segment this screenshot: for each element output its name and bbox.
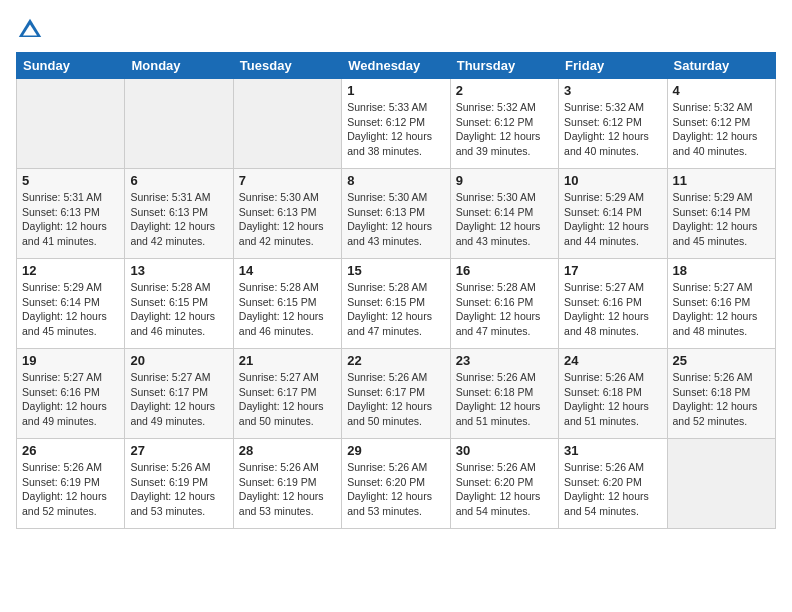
day-info: Sunrise: 5:32 AMSunset: 6:12 PMDaylight:… bbox=[673, 100, 770, 159]
header bbox=[16, 16, 776, 44]
table-cell: 20Sunrise: 5:27 AMSunset: 6:17 PMDayligh… bbox=[125, 349, 233, 439]
day-info: Sunrise: 5:27 AMSunset: 6:16 PMDaylight:… bbox=[564, 280, 661, 339]
table-cell: 1Sunrise: 5:33 AMSunset: 6:12 PMDaylight… bbox=[342, 79, 450, 169]
day-info: Sunrise: 5:28 AMSunset: 6:15 PMDaylight:… bbox=[347, 280, 444, 339]
day-number: 17 bbox=[564, 263, 661, 278]
table-cell: 26Sunrise: 5:26 AMSunset: 6:19 PMDayligh… bbox=[17, 439, 125, 529]
day-number: 16 bbox=[456, 263, 553, 278]
day-number: 8 bbox=[347, 173, 444, 188]
day-number: 19 bbox=[22, 353, 119, 368]
day-info: Sunrise: 5:26 AMSunset: 6:19 PMDaylight:… bbox=[239, 460, 336, 519]
logo bbox=[16, 16, 48, 44]
day-info: Sunrise: 5:26 AMSunset: 6:18 PMDaylight:… bbox=[564, 370, 661, 429]
calendar-table: SundayMondayTuesdayWednesdayThursdayFrid… bbox=[16, 52, 776, 529]
table-cell: 3Sunrise: 5:32 AMSunset: 6:12 PMDaylight… bbox=[559, 79, 667, 169]
day-number: 4 bbox=[673, 83, 770, 98]
table-cell: 28Sunrise: 5:26 AMSunset: 6:19 PMDayligh… bbox=[233, 439, 341, 529]
table-cell: 23Sunrise: 5:26 AMSunset: 6:18 PMDayligh… bbox=[450, 349, 558, 439]
table-cell: 12Sunrise: 5:29 AMSunset: 6:14 PMDayligh… bbox=[17, 259, 125, 349]
table-cell: 11Sunrise: 5:29 AMSunset: 6:14 PMDayligh… bbox=[667, 169, 775, 259]
day-number: 21 bbox=[239, 353, 336, 368]
day-number: 15 bbox=[347, 263, 444, 278]
week-row-4: 19Sunrise: 5:27 AMSunset: 6:16 PMDayligh… bbox=[17, 349, 776, 439]
day-info: Sunrise: 5:30 AMSunset: 6:13 PMDaylight:… bbox=[347, 190, 444, 249]
table-cell bbox=[667, 439, 775, 529]
table-cell: 2Sunrise: 5:32 AMSunset: 6:12 PMDaylight… bbox=[450, 79, 558, 169]
day-info: Sunrise: 5:26 AMSunset: 6:17 PMDaylight:… bbox=[347, 370, 444, 429]
day-number: 10 bbox=[564, 173, 661, 188]
day-number: 27 bbox=[130, 443, 227, 458]
day-number: 29 bbox=[347, 443, 444, 458]
table-cell: 7Sunrise: 5:30 AMSunset: 6:13 PMDaylight… bbox=[233, 169, 341, 259]
day-info: Sunrise: 5:26 AMSunset: 6:20 PMDaylight:… bbox=[347, 460, 444, 519]
calendar-body: 1Sunrise: 5:33 AMSunset: 6:12 PMDaylight… bbox=[17, 79, 776, 529]
weekday-saturday: Saturday bbox=[667, 53, 775, 79]
table-cell bbox=[17, 79, 125, 169]
table-cell: 8Sunrise: 5:30 AMSunset: 6:13 PMDaylight… bbox=[342, 169, 450, 259]
day-info: Sunrise: 5:26 AMSunset: 6:18 PMDaylight:… bbox=[673, 370, 770, 429]
day-info: Sunrise: 5:28 AMSunset: 6:16 PMDaylight:… bbox=[456, 280, 553, 339]
table-cell: 10Sunrise: 5:29 AMSunset: 6:14 PMDayligh… bbox=[559, 169, 667, 259]
day-info: Sunrise: 5:29 AMSunset: 6:14 PMDaylight:… bbox=[673, 190, 770, 249]
day-number: 1 bbox=[347, 83, 444, 98]
day-number: 28 bbox=[239, 443, 336, 458]
table-cell: 18Sunrise: 5:27 AMSunset: 6:16 PMDayligh… bbox=[667, 259, 775, 349]
day-number: 12 bbox=[22, 263, 119, 278]
calendar-header: SundayMondayTuesdayWednesdayThursdayFrid… bbox=[17, 53, 776, 79]
day-info: Sunrise: 5:29 AMSunset: 6:14 PMDaylight:… bbox=[564, 190, 661, 249]
day-info: Sunrise: 5:27 AMSunset: 6:16 PMDaylight:… bbox=[673, 280, 770, 339]
day-info: Sunrise: 5:30 AMSunset: 6:13 PMDaylight:… bbox=[239, 190, 336, 249]
day-number: 26 bbox=[22, 443, 119, 458]
day-info: Sunrise: 5:28 AMSunset: 6:15 PMDaylight:… bbox=[130, 280, 227, 339]
table-cell: 15Sunrise: 5:28 AMSunset: 6:15 PMDayligh… bbox=[342, 259, 450, 349]
weekday-header-row: SundayMondayTuesdayWednesdayThursdayFrid… bbox=[17, 53, 776, 79]
table-cell: 14Sunrise: 5:28 AMSunset: 6:15 PMDayligh… bbox=[233, 259, 341, 349]
day-info: Sunrise: 5:33 AMSunset: 6:12 PMDaylight:… bbox=[347, 100, 444, 159]
day-number: 7 bbox=[239, 173, 336, 188]
day-info: Sunrise: 5:27 AMSunset: 6:16 PMDaylight:… bbox=[22, 370, 119, 429]
table-cell bbox=[233, 79, 341, 169]
table-cell: 25Sunrise: 5:26 AMSunset: 6:18 PMDayligh… bbox=[667, 349, 775, 439]
week-row-1: 1Sunrise: 5:33 AMSunset: 6:12 PMDaylight… bbox=[17, 79, 776, 169]
table-cell: 22Sunrise: 5:26 AMSunset: 6:17 PMDayligh… bbox=[342, 349, 450, 439]
table-cell: 29Sunrise: 5:26 AMSunset: 6:20 PMDayligh… bbox=[342, 439, 450, 529]
day-info: Sunrise: 5:31 AMSunset: 6:13 PMDaylight:… bbox=[22, 190, 119, 249]
day-info: Sunrise: 5:31 AMSunset: 6:13 PMDaylight:… bbox=[130, 190, 227, 249]
table-cell: 9Sunrise: 5:30 AMSunset: 6:14 PMDaylight… bbox=[450, 169, 558, 259]
day-number: 6 bbox=[130, 173, 227, 188]
day-number: 9 bbox=[456, 173, 553, 188]
day-info: Sunrise: 5:26 AMSunset: 6:19 PMDaylight:… bbox=[22, 460, 119, 519]
day-info: Sunrise: 5:29 AMSunset: 6:14 PMDaylight:… bbox=[22, 280, 119, 339]
day-info: Sunrise: 5:26 AMSunset: 6:18 PMDaylight:… bbox=[456, 370, 553, 429]
weekday-monday: Monday bbox=[125, 53, 233, 79]
day-number: 5 bbox=[22, 173, 119, 188]
day-info: Sunrise: 5:32 AMSunset: 6:12 PMDaylight:… bbox=[564, 100, 661, 159]
day-number: 25 bbox=[673, 353, 770, 368]
week-row-5: 26Sunrise: 5:26 AMSunset: 6:19 PMDayligh… bbox=[17, 439, 776, 529]
week-row-2: 5Sunrise: 5:31 AMSunset: 6:13 PMDaylight… bbox=[17, 169, 776, 259]
day-number: 23 bbox=[456, 353, 553, 368]
table-cell: 27Sunrise: 5:26 AMSunset: 6:19 PMDayligh… bbox=[125, 439, 233, 529]
day-info: Sunrise: 5:26 AMSunset: 6:20 PMDaylight:… bbox=[456, 460, 553, 519]
day-number: 13 bbox=[130, 263, 227, 278]
day-number: 30 bbox=[456, 443, 553, 458]
day-number: 31 bbox=[564, 443, 661, 458]
day-number: 22 bbox=[347, 353, 444, 368]
table-cell: 13Sunrise: 5:28 AMSunset: 6:15 PMDayligh… bbox=[125, 259, 233, 349]
week-row-3: 12Sunrise: 5:29 AMSunset: 6:14 PMDayligh… bbox=[17, 259, 776, 349]
day-number: 24 bbox=[564, 353, 661, 368]
weekday-thursday: Thursday bbox=[450, 53, 558, 79]
table-cell: 4Sunrise: 5:32 AMSunset: 6:12 PMDaylight… bbox=[667, 79, 775, 169]
table-cell: 5Sunrise: 5:31 AMSunset: 6:13 PMDaylight… bbox=[17, 169, 125, 259]
table-cell: 19Sunrise: 5:27 AMSunset: 6:16 PMDayligh… bbox=[17, 349, 125, 439]
day-info: Sunrise: 5:30 AMSunset: 6:14 PMDaylight:… bbox=[456, 190, 553, 249]
day-info: Sunrise: 5:27 AMSunset: 6:17 PMDaylight:… bbox=[130, 370, 227, 429]
day-info: Sunrise: 5:32 AMSunset: 6:12 PMDaylight:… bbox=[456, 100, 553, 159]
table-cell: 24Sunrise: 5:26 AMSunset: 6:18 PMDayligh… bbox=[559, 349, 667, 439]
day-number: 18 bbox=[673, 263, 770, 278]
logo-icon bbox=[16, 16, 44, 44]
table-cell: 6Sunrise: 5:31 AMSunset: 6:13 PMDaylight… bbox=[125, 169, 233, 259]
weekday-friday: Friday bbox=[559, 53, 667, 79]
table-cell bbox=[125, 79, 233, 169]
day-number: 14 bbox=[239, 263, 336, 278]
